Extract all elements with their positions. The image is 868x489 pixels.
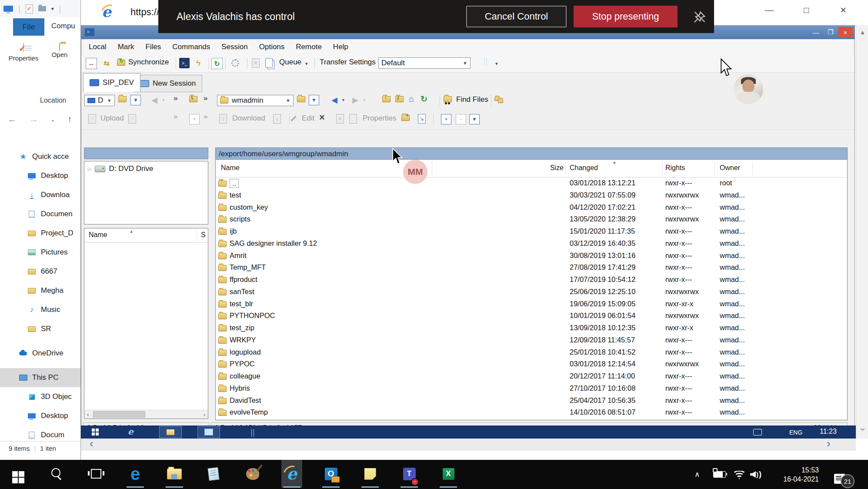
column-name[interactable]: Name <box>89 231 107 239</box>
remote-back-dropdown-icon[interactable]: ▾ <box>342 97 344 102</box>
overflow-chevron[interactable]: » <box>204 112 207 121</box>
file-row[interactable]: Temp_MFT 27/08/2019 17:41:29 rwxr-x--- w… <box>216 262 847 274</box>
file-row[interactable]: PYTHONPOC 10/01/2019 06:01:54 rwxrwxrwx … <box>216 310 847 322</box>
sidebar-item-onedrive[interactable]: OneDrive <box>0 344 80 363</box>
refresh-icon[interactable]: ↻ <box>421 94 427 104</box>
file-row[interactable]: logupload 25/01/2018 10:41:52 rwxr-x--- … <box>216 347 847 359</box>
remote-ie-icon[interactable]: e <box>128 426 134 437</box>
file-row[interactable]: custom_key 04/12/2020 17:02:21 rwxr-x---… <box>216 202 847 214</box>
column-owner[interactable]: Owner <box>720 164 740 172</box>
sidebar-item-pictures[interactable]: Pictures <box>0 243 80 262</box>
tray-chevron-icon[interactable]: ∧ <box>694 460 700 489</box>
tab-computer[interactable]: Compu <box>51 22 80 30</box>
menu-item[interactable]: Help <box>327 40 354 54</box>
maximize-button[interactable]: □ <box>796 3 816 17</box>
local-horizontal-scrollbar[interactable]: ‹ › <box>84 410 208 419</box>
remote-explorer-icon[interactable] <box>159 426 182 438</box>
find-files-label[interactable]: Find Files <box>456 95 488 104</box>
column-name[interactable]: Name <box>221 164 240 172</box>
local-drive-selector[interactable]: D ▼ <box>84 95 115 106</box>
root-directory-icon[interactable]: / <box>395 96 404 104</box>
file-row[interactable]: WRKPY 12/09/2018 11:45:57 rwxr-x--- wmad… <box>216 335 847 347</box>
taskbar-clock[interactable]: 15:53 16-04-2021 <box>773 460 819 489</box>
overflow-chevron[interactable]: » <box>174 112 177 121</box>
file-row[interactable]: sanTest 25/06/2019 12:25:10 rwxrwxrwx wm… <box>216 286 847 298</box>
menu-item[interactable]: Local <box>83 40 112 54</box>
delete-x-icon[interactable]: × <box>319 112 325 123</box>
wifi-icon[interactable] <box>733 460 745 489</box>
tab-file[interactable]: File <box>13 18 44 36</box>
pan-right-icon[interactable]: › <box>827 437 831 450</box>
remote-filter-icon[interactable]: ▼ <box>309 95 319 105</box>
new-directory-icon[interactable]: + <box>401 115 410 123</box>
up-icon[interactable]: ↑ <box>67 114 72 124</box>
file-row[interactable]: SAG designer installer 9.12 03/12/2019 1… <box>216 238 847 250</box>
column-changed[interactable]: Changed <box>570 164 598 172</box>
teams-icon[interactable] <box>399 460 420 488</box>
scroll-right-icon[interactable]: › <box>204 411 205 418</box>
remote-open-directory-icon[interactable] <box>297 96 305 104</box>
sidebar-item-sr[interactable]: SR <box>0 319 80 338</box>
menu-item[interactable]: Options <box>254 40 290 54</box>
file-row[interactable]: colleague 20/12/2017 11:14:00 rwxr-x--- … <box>216 371 847 383</box>
local-root-icon[interactable]: \ <box>189 96 197 104</box>
sidebar-item-quick-access[interactable]: Quick acce <box>0 147 80 166</box>
stop-presenting-button[interactable]: Stop presenting <box>574 6 678 27</box>
chevron-down-icon[interactable]: ▾ <box>51 6 54 12</box>
minimize-button[interactable]: — <box>759 3 779 17</box>
battery-icon[interactable] <box>713 460 726 489</box>
directory-tree-icon[interactable] <box>494 95 500 103</box>
outlook-icon[interactable] <box>320 460 341 488</box>
synchronize-folder-icon[interactable]: ↻ <box>117 60 125 67</box>
close-button[interactable]: × <box>833 3 853 17</box>
scroll-left-icon[interactable]: ‹ <box>87 411 89 418</box>
paint-icon[interactable] <box>242 460 263 488</box>
scroll-down-icon[interactable]: ⌄ <box>856 421 868 433</box>
tab-new-session[interactable]: New Session <box>133 75 202 92</box>
queue-label[interactable]: Queue <box>279 58 301 67</box>
globe-dropdown-icon[interactable]: ▾ <box>495 61 498 67</box>
internet-explorer-icon[interactable] <box>281 460 302 488</box>
open-button[interactable]: Open <box>44 44 75 81</box>
file-row[interactable]: test 30/03/2021 07:55:09 rwxrwxrwx wmad.… <box>216 190 847 202</box>
expand-arrow-icon[interactable]: ▷ <box>88 166 91 172</box>
local-open-directory-icon[interactable] <box>118 96 127 104</box>
file-row[interactable]: test_blr 19/06/2019 15:09:05 rwxr-xr-x w… <box>216 298 847 311</box>
select-filter-icon[interactable]: ▼ <box>469 114 480 124</box>
transfer-settings-label[interactable]: Transfer Settings <box>320 58 376 67</box>
sidebar-item-desktop[interactable]: Desktop <box>0 166 80 185</box>
file-row[interactable]: Hybris 27/10/2017 10:16:08 rwxr-x--- wma… <box>216 383 847 395</box>
file-row[interactable]: Amrit 30/08/2019 13:01:16 rwxr-x--- wmad… <box>216 250 847 262</box>
file-row[interactable]: PYPOC 03/01/2018 12:14:54 rwxrwxrwx wmad… <box>216 358 847 371</box>
overflow-chevron[interactable]: » <box>174 94 177 103</box>
file-row[interactable]: ijb 15/01/2020 11:17:35 rwxr-x--- wmad..… <box>216 226 847 238</box>
file-row[interactable] <box>216 419 847 420</box>
file-row[interactable]: .. 03/01/2018 13:12:21 rwxr-x--- root <box>216 178 847 190</box>
home-directory-icon[interactable]: ⌂ <box>409 94 414 104</box>
scroll-up-icon[interactable]: ▲ <box>856 29 868 36</box>
notepad-icon[interactable] <box>203 460 224 488</box>
sidebar-item-project[interactable]: Project_D <box>0 224 80 243</box>
back-icon[interactable]: ← <box>8 114 17 124</box>
synchronize-browsing-icon[interactable]: ⇆ <box>101 58 112 68</box>
synchronize-label[interactable]: Synchronize <box>128 58 169 67</box>
overflow-chevron[interactable]: » <box>204 94 207 103</box>
cancel-control-button[interactable]: Cancel Control <box>466 6 567 27</box>
pan-left-icon[interactable]: ‹ <box>90 437 93 450</box>
forward-icon[interactable]: → <box>29 114 38 124</box>
file-row[interactable]: ffproduct 17/07/2019 10:54:12 rwxr-x--- … <box>216 274 847 286</box>
custom-commands-icon[interactable]: ϟ <box>193 58 204 68</box>
menu-item[interactable]: Mark <box>112 40 140 54</box>
column-size[interactable]: S <box>201 231 206 239</box>
scroll-thumb[interactable] <box>93 411 145 418</box>
sidebar-item-music[interactable]: Music <box>0 300 80 319</box>
properties-check-icon[interactable] <box>26 4 33 13</box>
sidebar-item-3d-objects[interactable]: 3D Objec <box>0 387 80 406</box>
tab-sip-dev[interactable]: SIP_DEV <box>83 73 140 92</box>
remote-language[interactable]: ENG <box>789 429 802 436</box>
file-explorer-icon[interactable] <box>164 460 185 488</box>
menu-item[interactable]: Session <box>216 40 253 54</box>
parent-directory-icon[interactable]: ↑ <box>382 96 391 104</box>
edge-icon[interactable] <box>125 460 146 488</box>
winscp-minimize-button[interactable]: — <box>808 27 823 37</box>
